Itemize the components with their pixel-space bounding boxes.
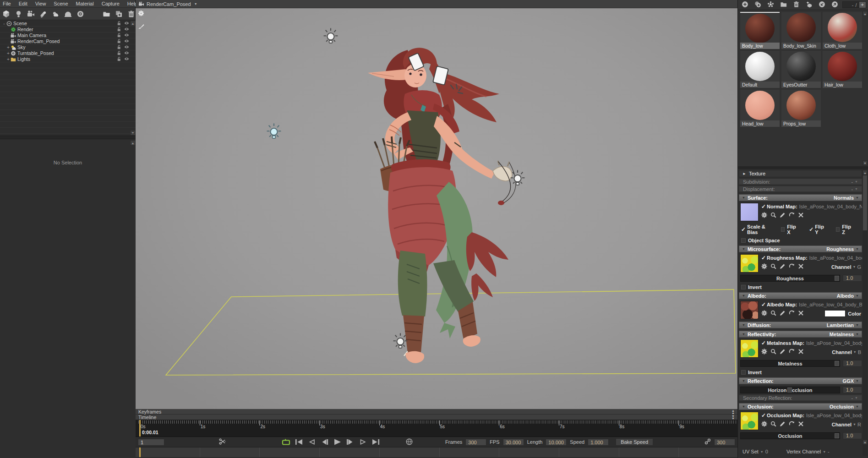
material-head_low[interactable]: Head_low [740,90,780,127]
material-cloth_low[interactable]: Cloth_low [823,12,862,49]
materials-scroll-down[interactable]: ▼ [863,160,868,165]
folder-icon[interactable] [780,1,787,9]
reflectivity-section-header[interactable]: ▼Reflectivity: Metalness▼ [739,331,862,338]
occlusion-value-field[interactable]: 1.0 [843,432,862,439]
timeline-bar[interactable]: Timeline ▼▼ [136,414,737,420]
zoom-out-button[interactable]: - [851,2,855,8]
step-forward-button[interactable] [345,439,355,446]
uv-set-label[interactable]: UV Set [742,449,759,454]
refresh-icon[interactable] [789,212,795,219]
viewport-camera-selector[interactable]: RenderCam_Posed ▼ [136,0,737,8]
refresh-icon[interactable] [789,421,795,428]
metalness-map-thumbnail[interactable] [740,339,759,358]
diffusion-section-header[interactable]: ▼Diffusion: Lambertian▼ [739,322,862,328]
secondary-reflection-header[interactable]: Secondary Reflection: -▼ [739,395,862,401]
new-light-icon[interactable] [15,10,23,18]
panel-splitter[interactable] [0,136,136,139]
magnify-icon[interactable] [770,310,776,317]
new-spotlight-icon[interactable] [39,10,48,18]
tree-item-rendercam-posed[interactable]: RenderCam_Posed [0,38,136,44]
occlusion-slider[interactable]: Occlusion [740,432,840,439]
light-gizmo-right[interactable] [509,169,526,189]
open-folder-icon[interactable] [102,10,110,18]
uv-set-value[interactable]: 0 [765,449,768,454]
texture-section-header[interactable]: ► Texture [739,170,862,177]
gear-icon[interactable] [761,310,767,317]
visibility-eye-icon[interactable] [124,44,129,50]
viewport-canvas[interactable] [136,8,737,409]
pencil-icon[interactable] [780,349,786,355]
roughness-slider[interactable]: Roughness [740,275,840,282]
skip-end-button[interactable] [371,439,381,446]
close-icon[interactable] [798,263,804,270]
horizon-occlusion-value-field[interactable]: 1.0 [843,387,862,393]
checkbox-invert[interactable]: Invert [741,370,762,375]
tree-item-lights[interactable]: +Lights [0,56,136,62]
checkbox-flip-y[interactable]: ✓Flip Y [809,224,824,235]
light-gizmo-left[interactable] [266,123,282,142]
roughness-value-field[interactable]: 1.0 [843,275,862,282]
menu-file[interactable]: File [3,1,11,6]
menu-scene[interactable]: Scene [54,1,68,6]
timeline-ruler[interactable]: 0s1s2s3s4s5s6s7s8s9s 0:00.01 [136,420,737,437]
new-object-icon[interactable] [2,10,11,18]
tree-expander[interactable]: + [6,45,11,50]
visibility-eye-icon[interactable] [124,21,129,27]
magnify-icon[interactable] [770,212,776,219]
checkbox-invert[interactable]: Invert [741,284,762,290]
gear-icon[interactable] [761,212,767,219]
checkbox-object-space[interactable]: Object Space [741,238,780,243]
albedo-map-thumbnail[interactable] [740,301,759,319]
play-forward-outline-button[interactable] [358,439,368,446]
visibility-eye-icon[interactable] [124,27,129,33]
pencil-icon[interactable] [780,421,786,428]
magnify-icon[interactable] [770,349,776,355]
new-turntable-icon[interactable] [76,10,85,18]
gear-icon[interactable] [761,349,767,355]
loop-button[interactable] [281,439,291,446]
link-icon[interactable] [704,438,711,446]
albedo-color-swatch[interactable] [824,310,846,317]
viewport[interactable]: RenderCam_Posed ▼ [136,0,737,409]
play-button[interactable] [333,439,342,446]
tree-item-scene[interactable]: -Scene [0,21,136,27]
lock-icon[interactable] [116,33,121,38]
import-circle-icon[interactable] [819,1,825,9]
export-circle-icon[interactable] [831,1,838,9]
material-props_low[interactable]: Props_low [781,90,821,127]
menu-edit[interactable]: Edit [19,1,27,6]
props-scroll-up[interactable]: ▲ [863,170,868,175]
material-hair_low[interactable]: Hair_low [823,51,862,88]
lock-icon[interactable] [116,38,121,44]
close-icon[interactable] [798,349,804,355]
props-scroll-up[interactable]: ▲ [130,140,136,146]
subdivision-section-header[interactable]: Subdivision: -▼ [739,179,862,185]
albedo-section-header[interactable]: ▼Albedo: Albedo▼ [739,292,862,299]
export-object-icon[interactable] [806,1,813,9]
magnify-icon[interactable] [770,421,776,428]
new-sky-icon[interactable] [52,10,60,18]
fps-field[interactable]: 30.000 [503,439,524,446]
gear-icon[interactable] [761,263,767,270]
pencil-icon[interactable] [780,263,786,270]
play-reverse-button[interactable] [307,439,317,446]
collapse-up-icon[interactable]: ▲▲ [732,409,735,414]
materials-scroll-up[interactable]: ▲ [863,11,868,16]
checkbox-flip-x[interactable]: Flip X [781,224,797,235]
tree-item-sky[interactable]: +Sky [0,44,136,50]
close-icon[interactable] [798,212,804,219]
lock-icon[interactable] [116,21,121,27]
visibility-eye-icon[interactable] [124,38,129,44]
occlusion-section-header[interactable]: ▼Occlusion: Occlusion▼ [739,403,862,410]
keyframes-bar[interactable]: Keyframes ▲▲ [136,409,737,414]
visibility-eye-icon[interactable] [124,33,129,38]
keyframe-track[interactable] [136,447,737,457]
tree-item-turntable-posed[interactable]: +Turntable_Posed [0,50,136,56]
surface-section-header[interactable]: ▼Surface: Normals▼ [739,194,862,201]
frames-field[interactable]: 300 [465,439,486,446]
displacement-section-header[interactable]: Displacement: -▼ [739,186,862,192]
refresh-icon[interactable] [789,263,795,270]
tree-expander[interactable]: + [6,51,11,56]
viewport-brush-icon[interactable] [138,23,144,30]
metalness-channel-select[interactable]: Channel▼B [832,349,861,355]
